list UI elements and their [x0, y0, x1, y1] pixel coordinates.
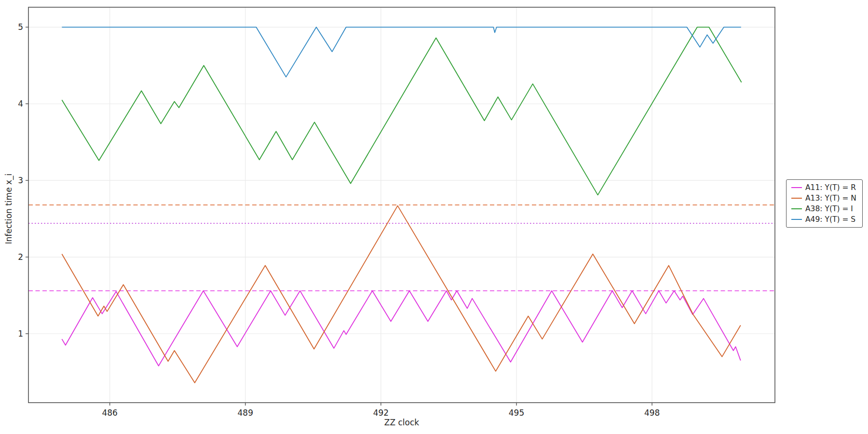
legend-swatch-line: [791, 187, 802, 188]
legend-item-label: A38: Y(T) = I: [805, 204, 853, 213]
y-tick-label: 1: [18, 329, 23, 339]
x-axis-label: ZZ clock: [384, 418, 420, 427]
legend-item: A38: Y(T) = I: [791, 204, 856, 213]
series-line-A13: [62, 206, 740, 383]
x-tick-label: 489: [238, 408, 253, 418]
legend: A11: Y(T) = RA13: Y(T) = NA38: Y(T) = IA…: [786, 179, 863, 228]
legend-swatch-line: [791, 208, 802, 209]
x-tick-label: 495: [509, 408, 524, 418]
legend-item: A13: Y(T) = N: [791, 194, 856, 203]
legend-item: A49: Y(T) = S: [791, 215, 856, 224]
x-tick-label: 492: [373, 408, 389, 418]
legend-item-label: A11: Y(T) = R: [805, 183, 856, 192]
y-tick-label: 3: [18, 176, 23, 185]
x-tick-label: 498: [644, 408, 660, 418]
x-tick-label: 486: [102, 408, 117, 418]
legend-item: A11: Y(T) = R: [791, 183, 856, 192]
y-tick-label: 4: [18, 99, 23, 108]
legend-item-label: A13: Y(T) = N: [805, 194, 856, 203]
tick-layer: 48648949249549812345: [18, 22, 660, 418]
line-chart: 48648949249549812345 ZZ clock Infection …: [0, 0, 868, 434]
y-tick-label: 2: [18, 252, 23, 262]
legend-swatch-line: [791, 198, 802, 199]
legend-item-label: A49: Y(T) = S: [805, 215, 855, 224]
y-axis-label: Infection time x_i: [4, 174, 14, 244]
reference-lines-layer: [28, 205, 775, 291]
figure: 48648949249549812345 ZZ clock Infection …: [0, 0, 868, 434]
series-line-A38: [62, 27, 741, 195]
series-line-A49: [62, 27, 741, 77]
y-tick-label: 5: [18, 22, 23, 32]
legend-swatch-line: [791, 219, 802, 220]
